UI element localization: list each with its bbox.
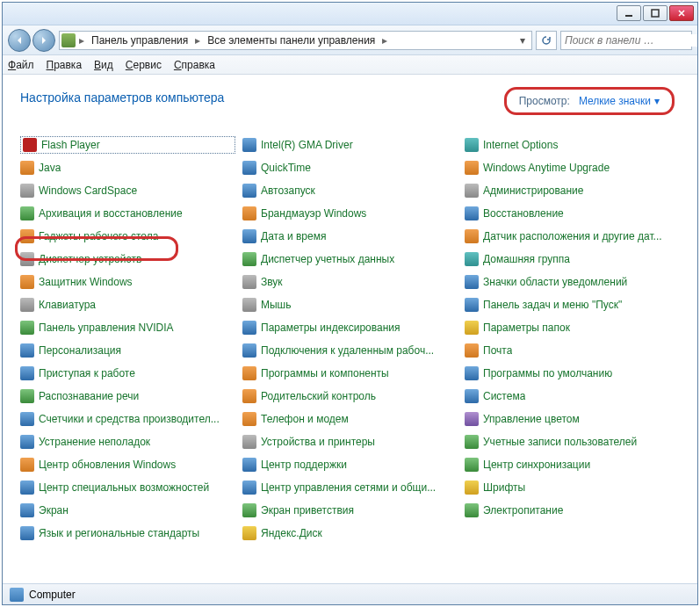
items-grid: Flash PlayerIntel(R) GMA DriverInternet … bbox=[20, 136, 680, 542]
menu-file[interactable]: Файл bbox=[8, 59, 34, 71]
cpl-label: Центр управления сетями и общи... bbox=[261, 481, 436, 494]
cpl-item[interactable]: Параметры индексирования bbox=[242, 319, 458, 336]
cpl-item[interactable]: Шрифты bbox=[465, 479, 680, 496]
view-selector-callout: Просмотр: Мелкие значки bbox=[504, 87, 675, 115]
cpl-item[interactable]: Панель управления NVIDIA bbox=[20, 319, 235, 336]
cpl-icon bbox=[20, 389, 34, 403]
address-dropdown[interactable]: ▾ bbox=[516, 34, 530, 47]
cpl-item[interactable]: Подключения к удаленным рабоч... bbox=[242, 342, 458, 359]
cpl-icon bbox=[465, 481, 479, 495]
cpl-item[interactable]: Телефон и модем bbox=[242, 410, 458, 428]
address-bar[interactable]: ▸ Панель управления ▸ Все элементы панел… bbox=[59, 31, 532, 50]
cpl-item[interactable]: Экран bbox=[20, 502, 235, 519]
cpl-item[interactable]: Клавиатура bbox=[20, 296, 235, 314]
breadcrumb[interactable]: Панель управления bbox=[88, 33, 191, 48]
cpl-item[interactable]: Архивация и восстановление bbox=[20, 205, 235, 222]
breadcrumb[interactable]: Все элементы панели управления bbox=[204, 33, 379, 48]
cpl-item[interactable]: Программы по умолчанию bbox=[465, 365, 680, 382]
cpl-label: Параметры индексирования bbox=[261, 322, 400, 334]
cpl-item[interactable]: Intel(R) GMA Driver bbox=[242, 136, 458, 154]
cpl-item[interactable]: QuickTime bbox=[242, 159, 458, 177]
search-box[interactable] bbox=[560, 31, 692, 50]
cpl-item[interactable]: Устройства и принтеры bbox=[242, 433, 458, 451]
cpl-item[interactable]: Центр синхронизации bbox=[465, 456, 680, 473]
cpl-label: Восстановление bbox=[483, 207, 564, 220]
cpl-icon bbox=[242, 161, 256, 175]
cpl-icon bbox=[20, 321, 34, 335]
cpl-label: Распознавание речи bbox=[39, 390, 139, 402]
cpl-item[interactable]: Центр обновления Windows bbox=[20, 456, 235, 473]
cpl-item[interactable]: Гаджеты рабочего стола bbox=[20, 228, 235, 245]
cpl-item[interactable]: Датчик расположения и другие дат... bbox=[465, 228, 680, 245]
cpl-item[interactable]: Администрирование bbox=[465, 182, 680, 199]
cpl-item[interactable]: Центр управления сетями и общи... bbox=[242, 479, 458, 496]
cpl-icon bbox=[23, 138, 37, 152]
cpl-item[interactable]: Java bbox=[20, 159, 235, 177]
minimize-button[interactable] bbox=[617, 5, 641, 21]
cpl-item[interactable]: Панель задач и меню "Пуск" bbox=[465, 296, 680, 314]
back-button[interactable] bbox=[8, 29, 31, 52]
cpl-item[interactable]: Учетные записи пользователей bbox=[465, 433, 680, 451]
search-input[interactable] bbox=[565, 34, 697, 47]
cpl-item[interactable]: Windows CardSpace bbox=[20, 182, 235, 199]
cpl-item[interactable]: Звук bbox=[242, 273, 458, 291]
cpl-label: Панель управления NVIDIA bbox=[39, 322, 174, 334]
cpl-item[interactable]: Программы и компоненты bbox=[242, 365, 458, 382]
cpl-item[interactable]: Диспетчер учетных данных bbox=[242, 250, 458, 268]
cpl-item[interactable]: Устранение неполадок bbox=[20, 433, 235, 451]
cpl-item[interactable]: Распознавание речи bbox=[20, 387, 235, 405]
cpl-item[interactable]: Параметры папок bbox=[465, 319, 680, 336]
cpl-label: Windows CardSpace bbox=[39, 184, 137, 197]
cpl-label: Администрирование bbox=[483, 184, 583, 197]
cpl-icon bbox=[20, 298, 34, 312]
cpl-item[interactable]: Дата и время bbox=[242, 228, 458, 245]
cpl-item[interactable]: Язык и региональные стандарты bbox=[20, 524, 235, 542]
cpl-label: Программы по умолчанию bbox=[483, 367, 612, 379]
cpl-item[interactable]: Центр специальных возможностей bbox=[20, 479, 235, 496]
cpl-label: Счетчики и средства производител... bbox=[39, 413, 220, 425]
cpl-label: Телефон и модем bbox=[261, 413, 349, 425]
cpl-item[interactable]: Защитник Windows bbox=[20, 273, 235, 291]
cpl-icon bbox=[465, 343, 479, 358]
cpl-item[interactable]: Flash Player bbox=[20, 136, 235, 154]
cpl-label: Программы и компоненты bbox=[261, 367, 389, 379]
cpl-item[interactable]: Приступая к работе bbox=[20, 365, 235, 382]
cpl-item[interactable]: Электропитание bbox=[465, 502, 680, 519]
close-button[interactable] bbox=[669, 5, 694, 21]
menu-tools[interactable]: Сервис bbox=[126, 59, 162, 71]
cpl-item[interactable]: Windows Anytime Upgrade bbox=[465, 159, 680, 177]
cpl-icon bbox=[465, 298, 479, 312]
menu-view[interactable]: Вид bbox=[94, 59, 113, 71]
view-dropdown[interactable]: Мелкие значки bbox=[579, 95, 660, 107]
cpl-label: Устранение неполадок bbox=[39, 436, 150, 448]
cpl-item[interactable]: Домашняя группа bbox=[465, 250, 680, 268]
cpl-item[interactable]: Управление цветом bbox=[465, 410, 680, 428]
menubar: Файл Правка Вид Сервис Справка bbox=[3, 55, 697, 75]
cpl-item[interactable]: Internet Options bbox=[465, 136, 680, 154]
control-panel-icon bbox=[61, 33, 76, 47]
cpl-item[interactable]: Родительский контроль bbox=[242, 387, 458, 405]
cpl-item[interactable]: Центр поддержки bbox=[242, 456, 458, 473]
cpl-item[interactable]: Автозапуск bbox=[242, 182, 458, 199]
cpl-item[interactable]: Яндекс.Диск bbox=[242, 524, 458, 542]
cpl-item[interactable]: Счетчики и средства производител... bbox=[20, 410, 235, 428]
forward-button[interactable] bbox=[32, 29, 55, 52]
maximize-button[interactable] bbox=[643, 5, 668, 21]
cpl-icon bbox=[20, 526, 34, 540]
menu-help[interactable]: Справка bbox=[174, 59, 215, 71]
cpl-item[interactable]: Восстановление bbox=[465, 205, 680, 222]
cpl-item[interactable]: Система bbox=[465, 387, 680, 405]
cpl-item[interactable]: Диспетчер устройств bbox=[20, 250, 235, 268]
cpl-label: Дата и время bbox=[261, 230, 326, 242]
cpl-item[interactable]: Экран приветствия bbox=[242, 502, 458, 519]
cpl-item[interactable]: Почта bbox=[465, 342, 680, 359]
cpl-icon bbox=[465, 161, 479, 175]
cpl-item[interactable]: Персонализация bbox=[20, 342, 235, 359]
cpl-item[interactable]: Брандмауэр Windows bbox=[242, 205, 458, 222]
cpl-label: Центр поддержки bbox=[261, 459, 347, 471]
cpl-item[interactable]: Значки области уведомлений bbox=[465, 273, 680, 291]
menu-edit[interactable]: Правка bbox=[47, 59, 83, 71]
cpl-label: Windows Anytime Upgrade bbox=[483, 162, 610, 174]
refresh-button[interactable] bbox=[536, 31, 557, 50]
cpl-item[interactable]: Мышь bbox=[242, 296, 458, 314]
